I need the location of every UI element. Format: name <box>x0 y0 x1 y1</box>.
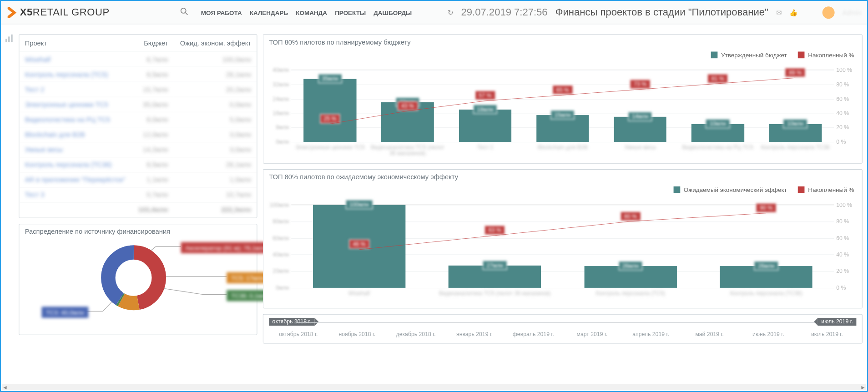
donut-chart <box>100 244 167 311</box>
table-row[interactable]: Контроль персонала (ТС5)8,5млн28,1млн <box>19 67 257 82</box>
timeline-end[interactable]: июль 2019 г. <box>818 318 856 326</box>
total-label <box>19 202 132 217</box>
svg-rect-4 <box>11 35 13 42</box>
timestamp: 29.07.2019 7:27:56 <box>461 6 548 18</box>
nav-calendar[interactable]: КАЛЕНДАРЬ <box>250 9 288 16</box>
total-budget: 103,4млн <box>132 202 173 217</box>
table-row[interactable]: Электронные ценники ТС535,0млн0,0млн <box>19 97 257 112</box>
refresh-icon[interactable]: ↻ <box>448 9 453 16</box>
table-row[interactable]: Wisehalf6,7млн100,0млн <box>19 52 257 67</box>
chart1-plot: 40млн100 %32млн80 %24млн60 %16млн40 %8мл… <box>291 70 834 142</box>
scroll-left-icon[interactable]: ◄ <box>2 384 8 391</box>
timeline-month: ноябрь 2018 г. <box>328 331 386 337</box>
timeline-panel: октябрь 2018 г. июль 2019 г. октябрь 201… <box>263 314 863 343</box>
chart1-legend: Утвержденный бюджет Накопленный % <box>711 51 854 58</box>
app-header: X5 RETAIL GROUP МОЯ РАБОТА КАЛЕНДАРЬ КОМ… <box>1 1 868 24</box>
projects-table: Проект Бюджет Ожид. эконом. эффект Wiseh… <box>19 35 257 218</box>
brand-rest: RETAIL GROUP <box>33 6 110 18</box>
timeline-month: февраль 2019 г. <box>504 331 563 337</box>
logo-chevron-icon <box>8 7 19 18</box>
th-project[interactable]: Проект <box>19 35 132 52</box>
table-row[interactable]: AR в приложении "Перекрёсток"1,1млн1,0мл… <box>19 172 257 187</box>
projects-table-panel: Проект Бюджет Ожид. эконом. эффект Wiseh… <box>19 35 257 218</box>
table-row[interactable]: Тест 215,7млн20,2млн <box>19 82 257 97</box>
timeline-month: июнь 2019 г. <box>739 331 797 337</box>
table-row[interactable]: Умные весы14,2млн3,0млн <box>19 142 257 157</box>
chart2-plot: 100млн100 %80млн80 %60млн60 %40млн40 %20… <box>291 204 834 288</box>
chart1-title: ТОП 80% пилотов по планируемому бюджету <box>263 35 862 50</box>
timeline-month: март 2019 г. <box>563 331 621 337</box>
timeline-month: апрель 2019 г. <box>621 331 680 337</box>
table-row[interactable]: Контроль персонала (ТС36)8,5млн28,1млн <box>19 157 257 172</box>
table-row[interactable]: Blockchain для B2B12,0млн3,0млн <box>19 127 257 142</box>
timeline-start[interactable]: октябрь 2018 г. <box>269 318 314 326</box>
svg-point-0 <box>181 8 186 13</box>
search-icon[interactable] <box>180 7 189 17</box>
swatch-red-icon <box>798 51 805 58</box>
x-label: Контроль персонала ТС36 <box>757 144 834 156</box>
donut-label-accel: Акселератор (91 м); 76,1млн <box>181 242 271 253</box>
thumb-icon[interactable]: 👍 <box>789 9 797 16</box>
x-label: Видеологистика на РЦ ТС5 <box>679 144 756 156</box>
donut-label-tc5: ТС5: 17млн <box>227 272 268 284</box>
x-label: Контроль персонала (ТС5) <box>563 290 698 296</box>
h-scrollbar[interactable]: ◄ ► <box>2 384 866 390</box>
swatch-red-icon <box>798 186 805 193</box>
x-label: Видеоаналитика ТС5 (пилот 36 магазинов) <box>369 144 446 156</box>
timeline-month: январь 2019 г. <box>445 331 504 337</box>
left-rail <box>1 24 19 385</box>
th-budget[interactable]: Бюджет <box>132 35 173 52</box>
table-row[interactable]: Видеологистика на РЦ ТС58,0млн5,0млн <box>19 112 257 127</box>
swatch-teal-icon <box>711 51 718 58</box>
donut-title: Распределение по источнику финансировани… <box>19 224 257 239</box>
mail-icon[interactable]: ✉ <box>776 9 782 16</box>
page-title: Финансы проектов в стадии "Пилотирование… <box>555 6 768 18</box>
svg-line-1 <box>186 13 188 15</box>
chart2-title: ТОП 80% пилотов по ожидаемому экономичес… <box>263 170 862 184</box>
nav-projects[interactable]: ПРОЕКТЫ <box>335 9 366 16</box>
timeline-month: май 2019 г. <box>680 331 739 337</box>
chart2-legend: Ожидаемый экономический эффект Накопленн… <box>674 186 854 193</box>
x-label: Видеоаналитика ТС5 (пилот 36 магазинов) <box>427 290 563 296</box>
donut-label-other: ТС3: 40,0млн <box>41 307 88 318</box>
brand-x: X5 <box>20 6 33 18</box>
x-label: Контроль персонала (ТС36) <box>698 290 834 296</box>
timeline-month: октябрь 2018 г. <box>269 331 328 337</box>
brand-logo[interactable]: X5 RETAIL GROUP <box>8 6 110 18</box>
svg-rect-2 <box>5 39 7 42</box>
donut-panel: Распределение по источнику финансировани… <box>19 224 257 335</box>
scroll-right-icon[interactable]: ► <box>860 384 866 391</box>
nav-dashboards[interactable]: ДАШБОРДЫ <box>373 9 412 16</box>
th-effect[interactable]: Ожид. эконом. эффект <box>174 35 257 52</box>
total-effect: 222,3млн <box>174 202 257 217</box>
timeline-track[interactable] <box>296 322 830 323</box>
table-row[interactable]: Тест 30,7млн10,7млн <box>19 187 257 202</box>
chart-budget-panel: ТОП 80% пилотов по планируемому бюджету … <box>263 35 863 164</box>
timeline-month: декабрь 2018 г. <box>386 331 445 337</box>
username: Admin <box>843 9 862 16</box>
avatar[interactable] <box>823 6 835 19</box>
x-label: Тест 2 <box>446 144 524 156</box>
x-label: Электронные ценники ТС5 <box>291 144 368 156</box>
x-label: Blockchain для B2B <box>524 144 601 156</box>
nav-my-work[interactable]: МОЯ РАБОТА <box>201 9 242 16</box>
timeline-month: июль 2019 г. <box>797 331 856 337</box>
x-label: Умные весы <box>601 144 679 156</box>
nav-team[interactable]: КОМАНДА <box>296 9 327 16</box>
bars-icon[interactable] <box>5 36 15 44</box>
chart-effect-panel: ТОП 80% пилотов по ожидаемому экономичес… <box>263 169 863 308</box>
swatch-teal-icon <box>674 186 681 193</box>
main-nav: МОЯ РАБОТА КАЛЕНДАРЬ КОМАНДА ПРОЕКТЫ ДАШ… <box>201 9 412 16</box>
svg-rect-3 <box>8 36 10 42</box>
x-label: Wisehalf <box>291 290 427 296</box>
